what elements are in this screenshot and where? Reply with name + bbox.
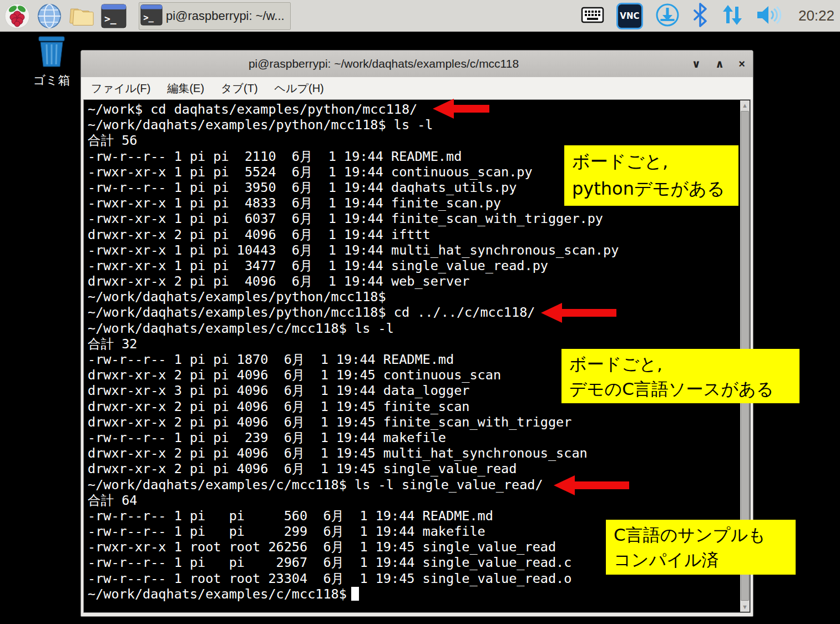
web-browser-icon[interactable] — [37, 2, 62, 30]
menu-help[interactable]: ヘルプ(H) — [275, 81, 324, 96]
taskbar-status-area: VNC — [581, 0, 834, 32]
annotation-line: pythonデモがある — [572, 175, 731, 202]
bluetooth-icon[interactable] — [692, 2, 709, 30]
raspberry-menu-icon[interactable] — [4, 2, 30, 30]
terminal-line: ~/work/daqhats/examples/python/mcc118$ l… — [88, 117, 738, 133]
annotation-line: デモのC言語ソースがある — [569, 377, 792, 402]
terminal-line: -rwxr-xr-x 1 pi pi 3477 6月 1 19:44 singl… — [88, 258, 738, 273]
terminal-line: ~/work/daqhats/examples/python/mcc118$ — [88, 289, 738, 305]
trash-label: ゴミ箱 — [21, 72, 83, 89]
scrollbar-up-icon[interactable]: ▲ — [740, 100, 750, 110]
terminal-line: ~/work/daqhats/examples/c/mcc118$ ls -l … — [88, 477, 738, 493]
window-title: pi@raspberrypi: ~/work/daqhats/examples/… — [81, 57, 686, 70]
terminal-line: 合計 64 — [88, 493, 738, 508]
updater-icon[interactable] — [655, 3, 680, 29]
svg-text:>_: >_ — [143, 12, 154, 22]
window-titlebar[interactable]: pi@raspberrypi: ~/work/daqhats/examples/… — [81, 50, 753, 77]
volume-icon[interactable] — [756, 4, 783, 28]
terminal-line: ~/work/daqhats/examples/c/mcc118$ — [88, 586, 738, 602]
annotation-python-demos: ボードごと, pythonデモがある — [564, 145, 738, 206]
terminal-line: drwxr-xr-x 2 pi pi 4096 6月 1 19:44 ifttt — [88, 227, 738, 242]
terminal-line: ~/work/daqhats/examples/c/mcc118$ ls -l — [88, 321, 738, 336]
taskbar-launchers: >_ >_ pi@raspberrypi: ~/w... — [0, 2, 291, 30]
red-arrow-cd-c-icon — [541, 303, 616, 323]
close-button[interactable]: × — [738, 58, 745, 69]
terminal-line: drwxr-xr-x 2 pi pi 4096 6月 1 19:44 web_s… — [88, 273, 738, 289]
trash-shortcut[interactable]: ゴミ箱 — [21, 34, 83, 89]
annotation-line: ボードごと, — [572, 148, 731, 175]
keyboard-layout-icon[interactable] — [581, 6, 604, 26]
annotation-compiled-sample: C言語のサンプルも コンパイル済 — [606, 520, 796, 575]
vnc-server-icon[interactable]: VNC — [616, 3, 643, 29]
menu-edit[interactable]: 編集(E) — [167, 81, 204, 96]
terminal-line: drwxr-xr-x 2 pi pi 4096 6月 1 19:45 finit… — [88, 414, 738, 430]
vnc-logo-text: VNC — [620, 11, 639, 21]
terminal-line: drwxr-xr-x 2 pi pi 4096 6月 1 19:45 multi… — [88, 445, 738, 461]
terminal-line: -rw-r--r-- 1 pi pi 239 6月 1 19:44 makefi… — [88, 430, 738, 445]
svg-text:>_: >_ — [104, 13, 117, 24]
annotation-line: コンパイル済 — [614, 547, 788, 572]
annotation-line: ボードごと, — [569, 352, 792, 377]
desktop-screen: >_ >_ pi@raspberrypi: ~/w... — [0, 0, 840, 624]
shade-button[interactable]: ∨ — [692, 58, 701, 69]
taskbar-window-button[interactable]: >_ pi@raspberrypi: ~/w... — [139, 2, 291, 30]
file-manager-icon[interactable] — [69, 2, 94, 30]
terminal-line: drwxr-xr-x 2 pi pi 4096 6月 1 19:45 singl… — [88, 461, 738, 476]
clock[interactable]: 20:22 — [795, 7, 834, 24]
annotation-line: C言語のサンプルも — [614, 522, 788, 547]
terminal-cursor — [351, 587, 359, 601]
terminal-launcher-icon[interactable]: >_ — [101, 2, 126, 30]
terminal-line: ~/work/daqhats/examples/python/mcc118$ c… — [88, 305, 738, 320]
window-controls: ∨ ∧ × — [692, 50, 745, 77]
scrollbar-down-icon[interactable]: ▼ — [740, 602, 750, 612]
menu-tabs[interactable]: タブ(T) — [221, 81, 257, 96]
network-traffic-icon[interactable] — [721, 3, 744, 29]
annotation-c-sources: ボードごと, デモのC言語ソースがある — [561, 349, 799, 403]
taskbar-window-button-label: pi@raspberrypi: ~/w... — [166, 9, 285, 23]
menu-file[interactable]: ファイル(F) — [91, 81, 150, 96]
menubar: ファイル(F) 編集(E) タブ(T) ヘルプ(H) — [81, 77, 753, 99]
terminal-line: -rwxr-xr-x 1 pi pi 6037 6月 1 19:44 finit… — [88, 211, 738, 226]
red-arrow-cd-python-icon — [433, 99, 489, 119]
terminal-window-icon: >_ — [140, 3, 163, 29]
terminal-line: -rwxr-xr-x 1 pi pi 10443 6月 1 19:44 mult… — [88, 242, 738, 258]
taskbar: >_ >_ pi@raspberrypi: ~/w... — [0, 0, 840, 33]
maximize-button[interactable]: ∧ — [715, 58, 724, 69]
terminal-line: ~/work$ cd daqhats/examples/python/mcc11… — [88, 102, 738, 117]
trash-icon — [34, 61, 69, 70]
red-arrow-ls-single-value-read-icon — [554, 475, 629, 495]
